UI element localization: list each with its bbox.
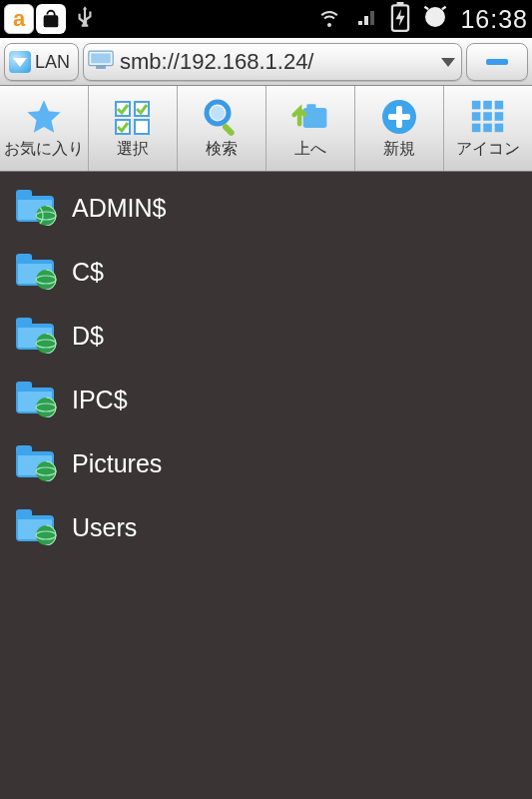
alarm-icon bbox=[420, 2, 450, 36]
computer-icon bbox=[88, 49, 114, 75]
chevron-down-icon[interactable] bbox=[441, 58, 455, 67]
svg-rect-22 bbox=[483, 101, 492, 110]
connection-selector[interactable]: LAN bbox=[4, 43, 79, 81]
file-name: Users bbox=[72, 513, 137, 542]
file-name: C$ bbox=[72, 258, 104, 287]
svg-rect-46 bbox=[16, 382, 32, 392]
svg-rect-56 bbox=[16, 509, 32, 519]
list-item[interactable]: ADMIN$ bbox=[0, 176, 532, 240]
network-folder-icon bbox=[14, 505, 58, 549]
svg-rect-17 bbox=[306, 104, 315, 109]
network-folder-icon bbox=[14, 314, 58, 358]
svg-rect-51 bbox=[16, 445, 32, 455]
svg-rect-29 bbox=[495, 124, 504, 133]
svg-rect-1 bbox=[364, 16, 368, 25]
new-button[interactable]: 新規 bbox=[355, 86, 444, 171]
toolbar-label: 上へ bbox=[294, 139, 326, 160]
network-folder-icon bbox=[14, 441, 58, 485]
svg-rect-31 bbox=[16, 190, 32, 200]
svg-rect-12 bbox=[135, 120, 149, 134]
svg-rect-24 bbox=[472, 112, 481, 121]
list-item[interactable]: Users bbox=[0, 495, 532, 559]
checklist-icon bbox=[113, 97, 153, 137]
svg-rect-27 bbox=[472, 124, 481, 133]
list-item[interactable]: Pictures bbox=[0, 431, 532, 495]
svg-rect-0 bbox=[358, 21, 362, 25]
search-icon bbox=[202, 97, 242, 137]
signal-icon bbox=[354, 5, 380, 33]
up-arrow-icon bbox=[290, 97, 330, 137]
svg-rect-6 bbox=[91, 54, 111, 64]
list-item[interactable]: C$ bbox=[0, 240, 532, 304]
svg-point-14 bbox=[211, 106, 225, 120]
toolbar-label: 検索 bbox=[206, 139, 238, 160]
svg-rect-2 bbox=[370, 11, 374, 25]
search-button[interactable]: 検索 bbox=[178, 86, 266, 171]
minimize-icon bbox=[484, 53, 510, 71]
unlock-icon bbox=[36, 4, 66, 34]
toolbar-label: 新規 bbox=[383, 139, 415, 160]
battery-icon bbox=[390, 2, 410, 36]
svg-rect-41 bbox=[16, 318, 32, 328]
list-item[interactable]: IPC$ bbox=[0, 368, 532, 431]
svg-rect-28 bbox=[483, 124, 492, 133]
svg-rect-23 bbox=[495, 101, 504, 110]
file-name: IPC$ bbox=[72, 386, 128, 414]
favorites-button[interactable]: お気に入り bbox=[0, 86, 89, 171]
svg-rect-20 bbox=[388, 114, 410, 120]
file-list: ADMIN$ C$ D$ IPC$ Pictures Users bbox=[0, 172, 532, 799]
path-field[interactable]: smb://192.168.1.24/ bbox=[83, 43, 462, 81]
svg-rect-26 bbox=[495, 112, 504, 121]
svg-rect-36 bbox=[16, 254, 32, 264]
plus-icon bbox=[379, 97, 419, 137]
up-button[interactable]: 上へ bbox=[266, 86, 355, 171]
svg-rect-25 bbox=[483, 112, 492, 121]
file-name: Pictures bbox=[72, 449, 162, 478]
notification-app-a-icon[interactable]: a bbox=[4, 4, 34, 34]
svg-rect-15 bbox=[222, 123, 236, 137]
grid-icon bbox=[468, 97, 508, 137]
toolbar-label: お気に入り bbox=[4, 139, 84, 160]
toolbar-label: アイコン bbox=[456, 139, 520, 160]
list-item[interactable]: D$ bbox=[0, 304, 532, 368]
file-name: D$ bbox=[72, 322, 104, 351]
network-folder-icon bbox=[14, 186, 58, 230]
usb-icon bbox=[72, 1, 98, 37]
file-name: ADMIN$ bbox=[72, 194, 166, 223]
toolbar-label: 選択 bbox=[117, 139, 149, 160]
network-folder-icon bbox=[14, 378, 58, 421]
star-icon bbox=[24, 97, 64, 137]
network-folder-icon bbox=[14, 250, 58, 294]
status-bar: a 16:38 bbox=[0, 0, 532, 38]
svg-rect-16 bbox=[303, 108, 327, 128]
viewmode-button[interactable]: アイコン bbox=[444, 86, 532, 171]
svg-rect-21 bbox=[472, 101, 481, 110]
wifi-icon bbox=[314, 5, 344, 33]
status-clock: 16:38 bbox=[460, 5, 528, 34]
path-text: smb://192.168.1.24/ bbox=[120, 49, 435, 75]
select-button[interactable]: 選択 bbox=[89, 86, 178, 171]
svg-rect-8 bbox=[486, 59, 508, 65]
connection-label: LAN bbox=[35, 52, 70, 73]
toolbar: お気に入り 選択 検索 bbox=[0, 86, 532, 172]
address-bar: LAN smb://192.168.1.24/ bbox=[0, 38, 532, 86]
minimize-button[interactable] bbox=[466, 43, 528, 81]
dropdown-icon bbox=[9, 51, 31, 73]
svg-rect-7 bbox=[96, 66, 106, 69]
